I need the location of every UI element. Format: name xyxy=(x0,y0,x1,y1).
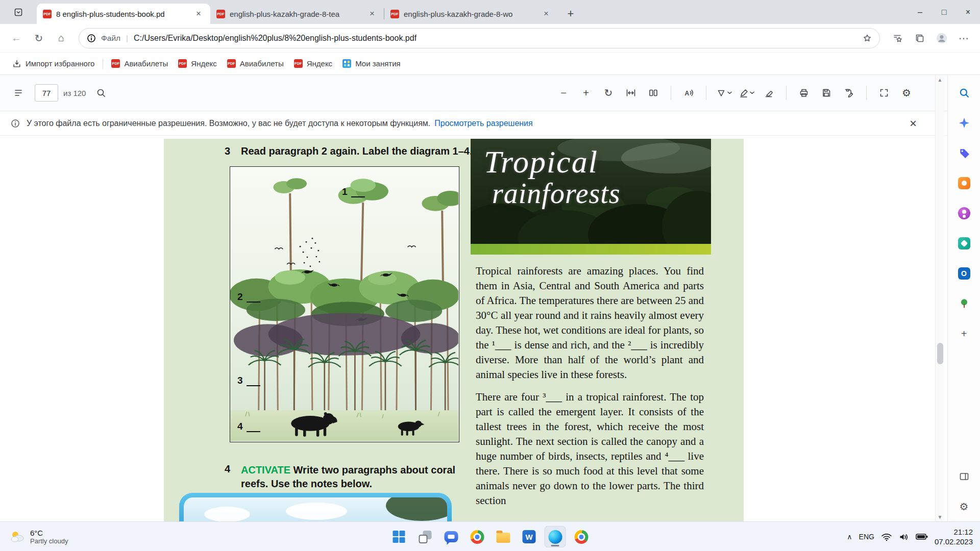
weather-widget[interactable]: 6°C Partly cloudy xyxy=(4,522,73,551)
chevron-down-icon xyxy=(727,91,732,94)
zoom-in-button[interactable]: + xyxy=(577,84,595,102)
weather-text: 6°C Partly cloudy xyxy=(30,529,68,545)
profile-button[interactable] xyxy=(931,28,952,48)
collections-button[interactable] xyxy=(909,28,930,48)
document-viewport[interactable]: 3 Read paragraph 2 again. Label the diag… xyxy=(0,136,947,521)
pdf-settings-button[interactable]: ⚙ xyxy=(897,84,916,102)
toolbar-divider xyxy=(671,86,671,100)
zoom-out-button[interactable]: − xyxy=(554,84,573,102)
battery-button[interactable] xyxy=(916,533,928,540)
bookmark-item[interactable]: PDF Авиабилеты xyxy=(222,56,289,71)
favorites-button[interactable] xyxy=(887,28,908,48)
sidebar-shopping-button[interactable] xyxy=(957,145,972,161)
notification-close-icon[interactable]: × xyxy=(910,117,917,130)
search-document-button[interactable] xyxy=(92,84,110,102)
info-icon[interactable] xyxy=(86,33,96,43)
bookmark-import-favorites[interactable]: Импорт избранного xyxy=(7,56,100,71)
task-view-button[interactable] xyxy=(414,526,436,547)
sidebar-search-button[interactable] xyxy=(957,85,972,101)
maximize-button[interactable]: □ xyxy=(932,0,956,24)
panel-icon xyxy=(959,471,969,482)
draw-button[interactable] xyxy=(715,84,733,102)
answer-blank xyxy=(351,190,365,197)
tab-workbook[interactable]: PDF english-plus-kazakh-grade-8-wo × xyxy=(384,4,558,24)
scroll-down-arrow[interactable]: ▼ xyxy=(936,512,944,521)
refresh-button[interactable]: ↻ xyxy=(28,28,50,48)
save-button[interactable] xyxy=(817,84,836,102)
erase-button[interactable] xyxy=(760,84,778,102)
import-favorites-icon xyxy=(12,59,21,68)
read-aloud-button[interactable]: A xyxy=(679,84,698,102)
draw-icon xyxy=(716,88,726,98)
clock[interactable]: 21:12 07.02.2023 xyxy=(935,527,973,546)
new-tab-button[interactable]: + xyxy=(563,6,578,21)
pdf-scrollbar[interactable]: ▲ ▼ xyxy=(935,75,944,521)
chrome-button[interactable] xyxy=(467,526,488,547)
page-view-button[interactable] xyxy=(644,84,663,102)
fit-width-button[interactable] xyxy=(622,84,640,102)
save-as-icon xyxy=(844,88,854,98)
answer-blank xyxy=(247,295,260,303)
windows-logo-icon xyxy=(393,531,405,543)
bookmark-item[interactable]: PDF Авиабилеты xyxy=(106,56,173,71)
save-as-button[interactable] xyxy=(840,84,858,102)
scroll-up-arrow[interactable]: ▲ xyxy=(936,75,944,84)
chat-button[interactable] xyxy=(440,526,462,547)
close-window-button[interactable]: × xyxy=(956,0,980,24)
home-button[interactable]: ⌂ xyxy=(51,28,72,48)
edge-button[interactable] xyxy=(545,526,566,547)
volume-button[interactable] xyxy=(899,533,909,541)
page-number-input[interactable] xyxy=(35,84,58,102)
answer-blank xyxy=(247,379,260,386)
bookmark-label: Мои занятия xyxy=(355,59,401,68)
sidebar-settings-button[interactable]: ⚙ xyxy=(957,499,972,514)
pdf-file-icon: PDF xyxy=(390,10,399,18)
highlight-button[interactable] xyxy=(737,84,755,102)
pdf-file-icon: PDF xyxy=(43,10,52,18)
back-button[interactable]: ← xyxy=(6,28,27,48)
sidebar-outlook-button[interactable]: O xyxy=(957,266,972,281)
toc-button[interactable] xyxy=(9,84,28,102)
label-number: 2 xyxy=(237,291,243,303)
bookmark-item[interactable]: PDF Яндекс xyxy=(289,56,337,71)
tab-close-icon[interactable]: × xyxy=(193,8,204,19)
sidebar-games-button[interactable] xyxy=(957,176,972,191)
tab-close-icon[interactable]: × xyxy=(541,8,552,19)
sidebar-people-button[interactable] xyxy=(957,206,972,221)
hidden-icons-chevron[interactable]: ∧ xyxy=(847,533,852,541)
print-button[interactable] xyxy=(795,84,813,102)
sidebar-grow-button[interactable] xyxy=(957,296,972,311)
tab-actions-button[interactable] xyxy=(11,5,26,19)
sidebar-designer-button[interactable] xyxy=(957,236,972,251)
cloud-shape xyxy=(286,503,347,520)
tab-close-icon[interactable]: × xyxy=(366,8,378,19)
fullscreen-button[interactable] xyxy=(875,84,893,102)
sidebar-copilot-button[interactable] xyxy=(957,115,972,131)
file-explorer-button[interactable] xyxy=(493,526,514,547)
bookmark-item[interactable]: PDF Яндекс xyxy=(173,56,222,71)
url-separator: | xyxy=(126,34,128,42)
start-button[interactable] xyxy=(388,526,410,547)
scrollbar-thumb[interactable] xyxy=(937,343,943,364)
sidebar-panel-button[interactable] xyxy=(957,469,972,484)
language-indicator[interactable]: ENG xyxy=(859,533,874,541)
minimize-button[interactable]: – xyxy=(908,0,932,24)
sidebar-add-button[interactable]: + xyxy=(957,326,972,341)
url-field[interactable]: Файл | C:/Users/Evrika/Desktop/english%2… xyxy=(79,28,880,48)
tab-students-book[interactable]: PDF 8 english-plus-students-book.pd × xyxy=(37,4,210,24)
tab-title: 8 english-plus-students-book.pd xyxy=(56,10,188,18)
rotate-button[interactable]: ↻ xyxy=(599,84,618,102)
bookmark-my-classes[interactable]: Мои занятия xyxy=(337,56,406,71)
pdf-file-icon: PDF xyxy=(216,10,225,18)
browser-profile-button[interactable] xyxy=(571,526,592,547)
add-favorite-icon[interactable] xyxy=(862,33,872,43)
browser-menu-button[interactable]: ⋯ xyxy=(953,28,974,48)
view-permissions-link[interactable]: Просмотреть разрешения xyxy=(434,119,532,128)
wifi-button[interactable] xyxy=(881,533,892,541)
word-button[interactable]: W xyxy=(519,526,540,547)
time-label: 21:12 xyxy=(935,527,973,537)
search-icon xyxy=(96,88,106,98)
print-icon xyxy=(799,88,809,98)
tab-teacher-book[interactable]: PDF english-plus-kazakh-grade-8-tea × xyxy=(210,4,384,24)
diagram-label-3: 3 xyxy=(237,375,260,386)
